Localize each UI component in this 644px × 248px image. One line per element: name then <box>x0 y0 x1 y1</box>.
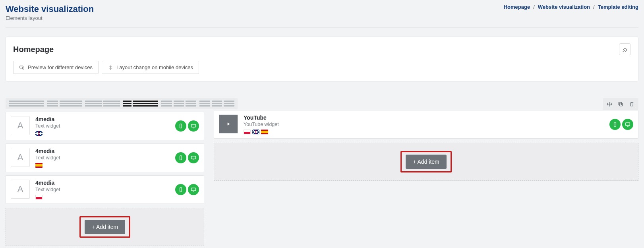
highlight-add-left: + Add item <box>79 216 131 238</box>
svg-rect-7 <box>191 188 196 191</box>
panel-title: Homepage <box>13 45 54 54</box>
right-widget-list: YouTube YouTube widget <box>214 110 638 139</box>
widget-type: YouTube widget <box>244 122 604 127</box>
layout-change-button[interactable]: Layout change on mobile devices <box>102 61 199 74</box>
svg-rect-1 <box>23 67 24 69</box>
svg-rect-6 <box>180 188 182 192</box>
breadcrumb-sep: / <box>533 4 535 10</box>
desktop-enabled-icon[interactable] <box>622 119 633 130</box>
left-add-zone: + Add item <box>6 208 204 246</box>
widget-type: Text widget <box>35 187 170 192</box>
text-widget-icon: A <box>11 180 30 199</box>
widget-card[interactable]: A 4media Text widget <box>6 175 204 204</box>
svg-rect-4 <box>180 156 182 160</box>
layout-change-label: Layout change on mobile devices <box>116 64 193 70</box>
widget-card[interactable]: A 4media Text widget <box>6 112 204 140</box>
mobile-enabled-icon[interactable] <box>175 184 186 195</box>
widget-title: 4media <box>35 116 170 122</box>
preview-devices-button[interactable]: Preview for different devices <box>13 61 99 74</box>
vertical-arrows-icon <box>108 65 113 70</box>
flag-gb-icon <box>35 131 43 136</box>
mobile-enabled-icon[interactable] <box>175 120 186 132</box>
widget-type: Text widget <box>35 123 170 129</box>
flag-es-icon <box>35 163 43 168</box>
widget-title: 4media <box>35 180 170 186</box>
flag-gb-icon <box>252 130 259 134</box>
preview-devices-label: Preview for different devices <box>28 64 93 70</box>
copy-column-icon[interactable] <box>616 100 625 108</box>
desktop-enabled-icon[interactable] <box>188 184 199 195</box>
svg-rect-10 <box>614 122 616 127</box>
layout-tab-2col-c[interactable] <box>123 101 158 107</box>
svg-rect-8 <box>620 103 623 106</box>
widget-title: 4media <box>35 148 170 154</box>
layout-tab-2col-a[interactable] <box>47 101 82 107</box>
add-item-button-right[interactable]: + Add item <box>406 155 447 169</box>
left-widget-list: A 4media Text widget A 4media <box>6 112 204 204</box>
svg-rect-9 <box>619 102 621 105</box>
layout-tab-2col-b[interactable] <box>85 101 120 107</box>
devices-icon <box>19 65 25 70</box>
layout-tab-1col[interactable] <box>9 101 44 107</box>
svg-rect-5 <box>191 156 196 159</box>
breadcrumb: Homepage / Website visualization / Templ… <box>504 4 638 10</box>
flag-es-icon <box>261 130 268 134</box>
move-column-icon[interactable] <box>605 100 614 108</box>
page-title: Website visualization <box>6 4 94 14</box>
svg-rect-11 <box>626 123 630 126</box>
flag-pl-icon <box>244 130 251 134</box>
highlight-add-right: + Add item <box>400 151 452 172</box>
layout-tabs <box>6 98 238 109</box>
page-subtitle: Elements layout <box>6 15 94 21</box>
mobile-enabled-icon[interactable] <box>609 119 621 130</box>
add-item-button-left[interactable]: + Add item <box>85 220 126 234</box>
column-actions <box>603 98 638 110</box>
svg-rect-2 <box>180 124 182 128</box>
mobile-enabled-icon[interactable] <box>175 152 186 163</box>
breadcrumb-template-editing[interactable]: Template editing <box>598 4 638 10</box>
delete-column-icon[interactable] <box>627 100 636 108</box>
paint-bucket-icon <box>622 46 628 52</box>
desktop-enabled-icon[interactable] <box>188 120 199 132</box>
right-add-zone: + Add item <box>214 143 638 181</box>
text-widget-icon: A <box>11 148 30 167</box>
widget-title: YouTube <box>244 114 604 121</box>
breadcrumb-website-visualization[interactable]: Website visualization <box>538 4 590 10</box>
youtube-widget-icon <box>219 114 238 134</box>
layout-tab-3col-a[interactable] <box>161 101 196 107</box>
desktop-enabled-icon[interactable] <box>188 152 199 163</box>
widget-card[interactable]: YouTube YouTube widget <box>214 110 638 139</box>
breadcrumb-homepage[interactable]: Homepage <box>504 4 530 10</box>
text-widget-icon: A <box>11 116 30 135</box>
flag-pl-icon <box>35 195 43 200</box>
widget-card[interactable]: A 4media Text widget <box>6 143 204 172</box>
widget-type: Text widget <box>35 155 170 161</box>
breadcrumb-sep: / <box>593 4 595 10</box>
svg-rect-3 <box>191 124 196 127</box>
paint-tool-button[interactable] <box>619 43 631 55</box>
